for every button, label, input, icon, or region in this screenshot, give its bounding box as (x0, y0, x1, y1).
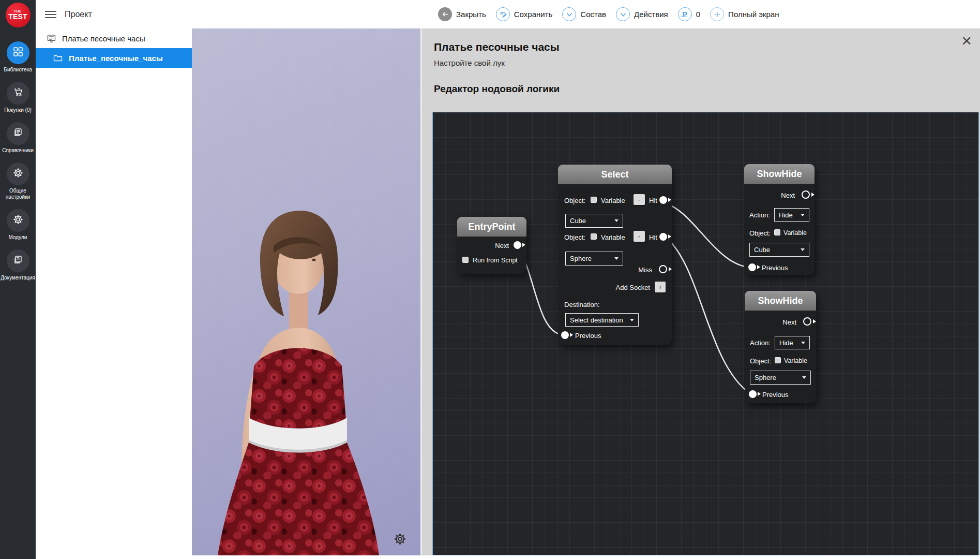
variable-label: Variable (601, 233, 625, 241)
object-label: Object: (564, 197, 585, 204)
save-button[interactable]: Сохранить (496, 7, 553, 21)
node-title[interactable]: EntryPoint (457, 217, 526, 237)
next-label: Next (782, 318, 796, 326)
sidebar-item-modules[interactable]: Модули (0, 209, 36, 241)
node-title[interactable]: ShowHide (745, 291, 816, 311)
action-dropdown[interactable]: Hide (774, 208, 809, 222)
node-showhide-2[interactable]: ShowHide Next Action: Hide Object: Varia… (745, 291, 816, 403)
variable-checkbox[interactable] (774, 229, 780, 236)
sidebar-item-general-settings[interactable]: Общие настройки (0, 163, 36, 200)
action-dropdown[interactable]: Hide (775, 336, 810, 349)
chevron-down-icon (616, 7, 630, 21)
sidebar-item-label: Библиотека (0, 67, 36, 73)
socket-previous-in[interactable] (561, 331, 569, 339)
node-select[interactable]: Select Object: Variable - Hit Cube Objec… (558, 165, 672, 345)
dropdown-caret-icon (801, 214, 805, 216)
run-from-script-label: Run from Script (473, 257, 518, 264)
variable-label: Variable (784, 357, 807, 364)
variable-checkbox[interactable] (591, 233, 597, 240)
sidebar-item-documentation[interactable]: Документация (0, 249, 36, 281)
app-logo[interactable]: THE TEST (6, 3, 31, 27)
composition-button[interactable]: Состав (562, 7, 606, 21)
socket-arrow-icon (668, 198, 671, 202)
node-title[interactable]: ShowHide (744, 164, 815, 184)
balance-button[interactable]: Р 0 (678, 7, 700, 21)
run-from-script-checkbox[interactable] (462, 257, 469, 263)
project-title: Проект (65, 10, 92, 19)
socket-arrow-icon (570, 333, 573, 337)
object1-dropdown[interactable]: Cube (565, 214, 623, 228)
dropdown-caret-icon (614, 219, 619, 222)
sidebar-item-label: Модули (0, 234, 36, 241)
sidebar-item-label: Общие настройки (0, 188, 36, 200)
remove-socket-button[interactable]: - (634, 194, 645, 205)
socket-next-out[interactable] (803, 317, 811, 326)
tree-item-folder-selected[interactable]: Платье_песочные_часы (36, 48, 192, 68)
plus-icon (710, 7, 724, 21)
viewport-settings-gear-icon[interactable] (394, 533, 406, 547)
close-button[interactable]: Закрыть (438, 7, 486, 21)
previous-label: Previous (762, 391, 789, 399)
save-icon (496, 7, 510, 21)
menu-icon[interactable] (45, 9, 56, 20)
socket-previous-in[interactable] (749, 390, 757, 398)
docs-icon (13, 255, 23, 267)
socket-miss-out[interactable] (659, 265, 667, 273)
socket-next-out[interactable] (514, 241, 521, 249)
sidebar-item-references[interactable]: Справочники (0, 122, 36, 154)
node-editor-canvas[interactable]: EntryPoint Next Run from Script Select O… (432, 112, 979, 555)
dropdown-caret-icon (614, 257, 619, 260)
panel-subtitle: Настройте свой лук (434, 58, 505, 67)
toolbar: Закрыть Сохранить Состав Действия (438, 0, 779, 28)
socket-arrow-icon (668, 234, 671, 239)
socket-hit2-out[interactable] (659, 233, 667, 241)
add-socket-button[interactable]: + (655, 282, 666, 292)
variable-label: Variable (601, 197, 625, 204)
remove-socket-button[interactable]: - (634, 231, 645, 242)
left-rail: THE TEST Библиотека Покупки (0) (0, 0, 36, 559)
previous-label: Previous (575, 332, 601, 340)
node-showhide-1[interactable]: ShowHide Next Action: Hide Object: Varia… (744, 164, 815, 275)
avatar-3d-model (192, 28, 420, 555)
sidebar-item-purchases[interactable]: Покупки (0) (0, 82, 36, 113)
node-wires (433, 112, 979, 555)
add-socket-label: Add Socket (616, 284, 651, 291)
sidebar-item-library[interactable]: Библиотека (0, 41, 36, 73)
socket-arrow-icon (522, 243, 525, 247)
variable-checkbox[interactable] (775, 357, 781, 363)
socket-arrow-icon (669, 267, 672, 271)
socket-hit1-out[interactable] (659, 196, 667, 204)
folder-icon (53, 54, 63, 62)
balance-value: 0 (696, 10, 700, 19)
previous-label: Previous (762, 264, 788, 272)
sidebar-item-label: Документация (0, 275, 36, 281)
hit-label: Hit (649, 233, 657, 241)
destination-label: Destination: (564, 301, 600, 308)
node-entrypoint[interactable]: EntryPoint Next Run from Script (457, 217, 526, 274)
object-dropdown[interactable]: Cube (749, 243, 809, 257)
destination-dropdown[interactable]: Select destination (565, 313, 639, 327)
fullscreen-button[interactable]: Полный экран (710, 7, 779, 21)
grid-icon (13, 47, 23, 59)
dropdown-caret-icon (630, 319, 634, 321)
object-dropdown[interactable]: Sphere (750, 371, 811, 385)
socket-next-out[interactable] (802, 190, 810, 199)
object-label: Object: (750, 357, 771, 365)
books-icon (13, 127, 23, 140)
gear-icon (13, 214, 23, 227)
actions-button[interactable]: Действия (616, 7, 668, 21)
socket-previous-in[interactable] (748, 263, 756, 271)
close-icon[interactable]: × (961, 32, 972, 49)
socket-arrow-icon (811, 193, 815, 197)
tree-item-scene[interactable]: Платье песочные часы (36, 28, 192, 48)
object2-dropdown[interactable]: Sphere (565, 252, 623, 266)
logo-text: TEST (8, 12, 27, 21)
3d-viewport[interactable] (192, 28, 420, 555)
top-bar: Проект Закрыть Сохранить Состав (36, 0, 980, 28)
node-title[interactable]: Select (558, 165, 672, 184)
variable-checkbox[interactable] (591, 197, 597, 203)
item-panel: × Платье песочные часы Настройте свой лу… (420, 28, 980, 555)
dropdown-caret-icon (802, 376, 806, 379)
socket-arrow-icon (813, 319, 816, 323)
dropdown-caret-icon (801, 248, 805, 251)
